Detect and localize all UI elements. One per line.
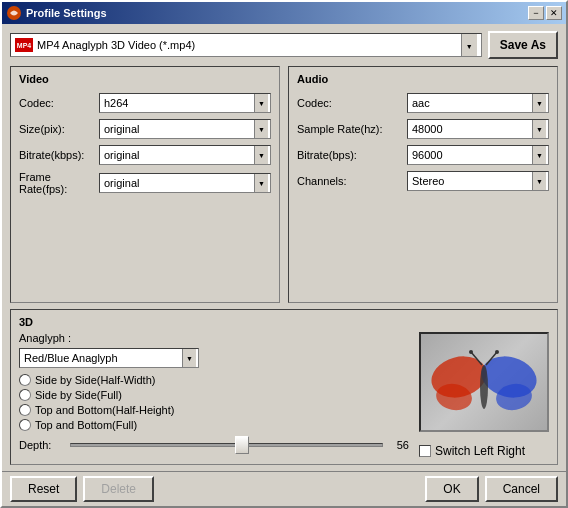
three-d-left: Anaglyph : Red/Blue Anaglyph Side by Sid… <box>19 332 409 458</box>
radio-label: Side by Side(Half-Width) <box>35 374 155 386</box>
three-d-right: Switch Left Right <box>419 332 549 458</box>
butterfly-preview <box>419 332 549 432</box>
depth-value: 56 <box>389 439 409 451</box>
video-size-row: Size(pix): original <box>19 119 271 139</box>
audio-codec-select[interactable]: aac <box>407 93 549 113</box>
reset-button[interactable]: Reset <box>10 476 77 502</box>
audio-bitrate-select[interactable]: 96000 <box>407 145 549 165</box>
video-codec-label: Codec: <box>19 97 99 109</box>
chevron-down-icon <box>536 151 543 160</box>
audio-bitrate-row: Bitrate(bps): 96000 <box>297 145 549 165</box>
format-selector[interactable]: MP4 MP4 Anaglyph 3D Video (*.mp4) <box>10 33 482 57</box>
ok-button[interactable]: OK <box>425 476 478 502</box>
audio-channels-row: Channels: Stereo <box>297 171 549 191</box>
format-dropdown-arrow[interactable] <box>461 34 477 56</box>
radio-button[interactable] <box>19 374 31 386</box>
audio-channels-select[interactable]: Stereo <box>407 171 549 191</box>
svg-point-5 <box>480 365 488 409</box>
format-value: MP4 Anaglyph 3D Video (*.mp4) <box>37 39 457 51</box>
window: Profile Settings − ✕ MP4 MP4 Anaglyph 3D… <box>0 0 568 508</box>
audio-channels-value: Stereo <box>412 175 444 187</box>
audio-codec-label: Codec: <box>297 97 407 109</box>
delete-button[interactable]: Delete <box>83 476 154 502</box>
three-d-title: 3D <box>19 316 549 328</box>
radio-label: Top and Bottom(Half-Height) <box>35 404 174 416</box>
anaglyph-label: Anaglyph : <box>19 332 409 344</box>
audio-codec-value: aac <box>412 97 430 109</box>
video-bitrate-label: Bitrate(kbps): <box>19 149 99 161</box>
audio-channels-arrow <box>532 172 546 190</box>
video-panel: Video Codec: h264 Size(pix): original <box>10 66 280 303</box>
audio-bitrate-arrow <box>532 146 546 164</box>
anaglyph-select[interactable]: Red/Blue Anaglyph <box>19 348 199 368</box>
video-codec-select[interactable]: h264 <box>99 93 271 113</box>
radio-button[interactable] <box>19 389 31 401</box>
depth-slider-thumb[interactable] <box>235 436 249 454</box>
close-button[interactable]: ✕ <box>546 6 562 20</box>
switch-left-right-checkbox[interactable] <box>419 445 431 457</box>
mode-radio-group: Side by Side(Half-Width) Side by Side(Fu… <box>19 374 409 431</box>
video-framerate-select[interactable]: original <box>99 173 271 193</box>
depth-label: Depth: <box>19 439 64 451</box>
radio-side-by-side-full[interactable]: Side by Side(Full) <box>19 389 409 401</box>
audio-samplerate-arrow <box>532 120 546 138</box>
video-codec-value: h264 <box>104 97 128 109</box>
app-icon <box>6 5 22 21</box>
minimize-button[interactable]: − <box>528 6 544 20</box>
audio-codec-row: Codec: aac <box>297 93 549 113</box>
video-bitrate-select[interactable]: original <box>99 145 271 165</box>
chevron-down-icon <box>536 99 543 108</box>
top-bar: MP4 MP4 Anaglyph 3D Video (*.mp4) Save A… <box>10 30 558 60</box>
anaglyph-arrow <box>182 349 196 367</box>
radio-label: Side by Side(Full) <box>35 389 122 401</box>
content-area: MP4 MP4 Anaglyph 3D Video (*.mp4) Save A… <box>2 24 566 471</box>
video-size-label: Size(pix): <box>19 123 99 135</box>
video-framerate-label: Frame Rate(fps): <box>19 171 99 195</box>
chevron-down-icon <box>258 179 265 188</box>
audio-samplerate-value: 48000 <box>412 123 443 135</box>
radio-top-bottom-half[interactable]: Top and Bottom(Half-Height) <box>19 404 409 416</box>
three-d-section: 3D Anaglyph : Red/Blue Anaglyph Side by … <box>10 309 558 465</box>
radio-button[interactable] <box>19 404 31 416</box>
audio-codec-arrow <box>532 94 546 112</box>
audio-bitrate-label: Bitrate(bps): <box>297 149 407 161</box>
audio-channels-label: Channels: <box>297 175 407 187</box>
cancel-button[interactable]: Cancel <box>485 476 558 502</box>
video-bitrate-arrow <box>254 146 268 164</box>
video-size-select[interactable]: original <box>99 119 271 139</box>
depth-row: Depth: 56 <box>19 439 409 451</box>
svg-point-8 <box>469 350 473 354</box>
video-bitrate-value: original <box>104 149 139 161</box>
chevron-down-icon <box>258 125 265 134</box>
three-d-content: Anaglyph : Red/Blue Anaglyph Side by Sid… <box>19 332 549 458</box>
footer-left: Reset Delete <box>10 476 154 502</box>
svg-point-9 <box>495 350 499 354</box>
video-framerate-arrow <box>254 174 268 192</box>
save-as-button[interactable]: Save As <box>488 31 558 59</box>
radio-side-by-side-half[interactable]: Side by Side(Half-Width) <box>19 374 409 386</box>
chevron-down-icon <box>536 177 543 186</box>
radio-button[interactable] <box>19 419 31 431</box>
switch-left-right-label: Switch Left Right <box>435 444 525 458</box>
radio-label: Top and Bottom(Full) <box>35 419 137 431</box>
audio-bitrate-value: 96000 <box>412 149 443 161</box>
audio-samplerate-select[interactable]: 48000 <box>407 119 549 139</box>
video-framerate-value: original <box>104 177 139 189</box>
audio-panel: Audio Codec: aac Sample Rate(hz): 48000 <box>288 66 558 303</box>
panels-row: Video Codec: h264 Size(pix): original <box>10 66 558 303</box>
chevron-down-icon <box>536 125 543 134</box>
video-codec-arrow <box>254 94 268 112</box>
radio-top-bottom-full[interactable]: Top and Bottom(Full) <box>19 419 409 431</box>
video-bitrate-row: Bitrate(kbps): original <box>19 145 271 165</box>
window-title: Profile Settings <box>26 7 528 19</box>
video-framerate-row: Frame Rate(fps): original <box>19 171 271 195</box>
chevron-down-icon <box>466 38 473 52</box>
footer: Reset Delete OK Cancel <box>2 471 566 506</box>
audio-section-title: Audio <box>297 73 549 85</box>
window-controls: − ✕ <box>528 6 562 20</box>
footer-right: OK Cancel <box>425 476 558 502</box>
depth-slider-track[interactable] <box>70 443 383 447</box>
video-section-title: Video <box>19 73 271 85</box>
butterfly-svg <box>429 342 539 422</box>
video-size-value: original <box>104 123 139 135</box>
